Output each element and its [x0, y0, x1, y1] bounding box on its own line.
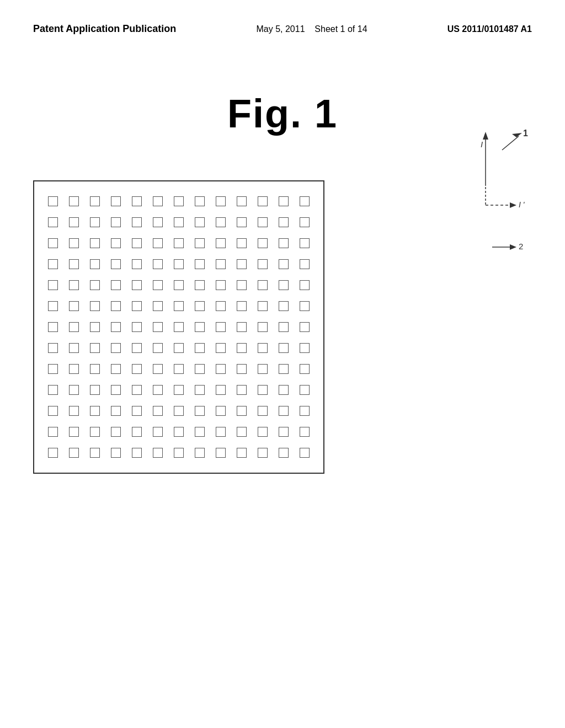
date-label: May 5, 2011 [257, 24, 305, 34]
grid-cell [69, 280, 79, 290]
grid-cell [237, 280, 247, 290]
grid-cell [90, 343, 100, 353]
grid-cell [132, 427, 142, 437]
grid-cell [195, 364, 205, 374]
grid-cell [195, 217, 205, 227]
grid-cell [195, 196, 205, 206]
grid-cell [174, 448, 184, 458]
grid-cell [132, 196, 142, 206]
grid-cell [258, 280, 268, 290]
grid-cell [300, 364, 310, 374]
grid-cell [69, 448, 79, 458]
grid-cell [195, 322, 205, 332]
grid-cell [300, 196, 310, 206]
grid-cell [174, 280, 184, 290]
grid-cell [216, 301, 226, 311]
grid-cell [90, 238, 100, 248]
grid-cell [132, 364, 142, 374]
grid-cell [216, 196, 226, 206]
grid-cell [48, 238, 58, 248]
grid-cell [111, 259, 121, 269]
grid-cell [111, 343, 121, 353]
grid-cell [258, 238, 268, 248]
grid-cell [279, 343, 289, 353]
grid-cell [48, 259, 58, 269]
grid-cell [216, 448, 226, 458]
grid-cell [132, 259, 142, 269]
grid-cell [132, 406, 142, 416]
grid-cell [258, 322, 268, 332]
grid-cell [111, 238, 121, 248]
grid-cell [258, 406, 268, 416]
grid-cell [300, 406, 310, 416]
grid-cell [174, 217, 184, 227]
grid-cell [153, 406, 163, 416]
grid-cell [258, 385, 268, 395]
grid-cell [132, 343, 142, 353]
grid-cell [153, 280, 163, 290]
grid-cell [258, 343, 268, 353]
grid-cell [195, 427, 205, 437]
grid-cell [216, 427, 226, 437]
grid-cell [48, 448, 58, 458]
grid-cell [90, 280, 100, 290]
sheet-label: Sheet 1 of 14 [315, 24, 367, 34]
grid-cell [48, 385, 58, 395]
grid-cell [174, 322, 184, 332]
grid-cell [279, 448, 289, 458]
date-sheet-label: May 5, 2011 Sheet 1 of 14 [257, 24, 367, 34]
grid-cell [237, 217, 247, 227]
grid-cell [69, 238, 79, 248]
grid-cell [111, 364, 121, 374]
main-content: I 1 I ' 2 [33, 180, 532, 474]
grid-cell [111, 385, 121, 395]
grid-cell [300, 259, 310, 269]
grid-cell [132, 238, 142, 248]
grid-cell [153, 364, 163, 374]
grid-cell [279, 280, 289, 290]
grid-cell [279, 364, 289, 374]
grid-cell [279, 385, 289, 395]
grid-cell [237, 406, 247, 416]
grid-cell [69, 406, 79, 416]
grid-cell [258, 196, 268, 206]
grid-cell [279, 217, 289, 227]
grid-cell [69, 427, 79, 437]
grid-cell [174, 343, 184, 353]
grid-cell [48, 343, 58, 353]
grid-cell [153, 343, 163, 353]
grid-cell [258, 427, 268, 437]
grid-cell [279, 259, 289, 269]
grid-cell [111, 406, 121, 416]
grid-cell [195, 238, 205, 248]
grid-cell [300, 238, 310, 248]
grid-cell [300, 427, 310, 437]
grid-cell [69, 301, 79, 311]
grid-cell [237, 259, 247, 269]
grid-cell [195, 385, 205, 395]
grid-cell [153, 259, 163, 269]
grid-cell [90, 385, 100, 395]
publication-label: Patent Application Publication [33, 22, 176, 36]
grid-cell [258, 259, 268, 269]
grid-cell [48, 301, 58, 311]
grid-cell [216, 280, 226, 290]
grid-cell [90, 427, 100, 437]
grid-cell [258, 301, 268, 311]
grid-cell [216, 238, 226, 248]
grid-cell [237, 364, 247, 374]
grid-cell [300, 280, 310, 290]
grid-cell [132, 280, 142, 290]
grid-cell [237, 427, 247, 437]
grid-cell [237, 196, 247, 206]
grid-cell [69, 196, 79, 206]
page-header: Patent Application Publication May 5, 20… [0, 0, 565, 47]
grid-cell [279, 301, 289, 311]
grid-cell [174, 238, 184, 248]
grid-cell [237, 343, 247, 353]
grid-cell [111, 448, 121, 458]
grid-cell [300, 385, 310, 395]
grid-cell [132, 448, 142, 458]
grid-cell [48, 217, 58, 227]
grid-cell [48, 427, 58, 437]
